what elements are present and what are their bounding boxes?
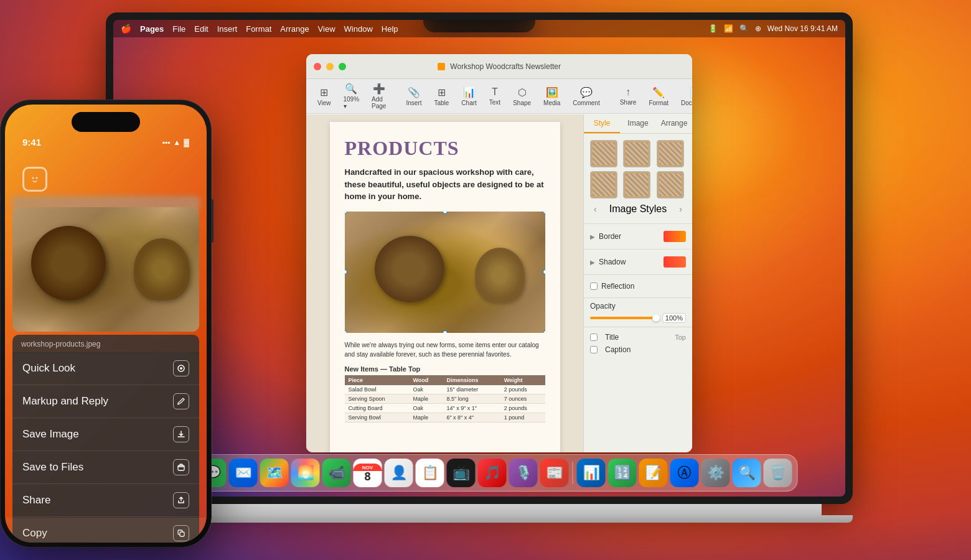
search-icon[interactable]: 🔍 (739, 24, 749, 33)
dock-item-keynote[interactable]: 📊 (577, 459, 606, 487)
dock-item-trash[interactable]: 🗑️ (764, 459, 792, 487)
toolbar-share[interactable]: ↑ Share (615, 84, 642, 108)
dock-item-finder2[interactable]: 🔍 (733, 459, 761, 487)
menu-item-quick-look[interactable]: Quick Look (12, 352, 199, 385)
dock-item-podcasts[interactable]: 🎙️ (509, 459, 538, 487)
toolbar-insert[interactable]: 📎 Insert (401, 84, 426, 109)
dock-item-appstore[interactable]: Ⓐ (670, 459, 699, 487)
apple-menu[interactable]: 🍎 (121, 24, 131, 34)
page-body-text: Handcrafted in our spacious workshop wit… (345, 166, 545, 203)
menubar: 🍎 File Pages File Edit Insert Format Arr… (113, 20, 845, 37)
save-to-files-label: Save to Files (22, 461, 83, 474)
tab-image[interactable]: Image (620, 114, 656, 133)
toolbar-text[interactable]: T Text (484, 84, 505, 108)
dock-item-contacts[interactable]: 👤 (385, 459, 413, 487)
arrow-right[interactable]: › (679, 204, 682, 214)
markup-reply-icon (173, 393, 189, 409)
toolbar-table[interactable]: ⊞ Table (429, 84, 454, 109)
svg-point-0 (32, 177, 34, 179)
tab-arrange[interactable]: Arrange (656, 114, 692, 133)
menu-item-markup-reply[interactable]: Markup and Reply (12, 385, 199, 418)
toolbar-format[interactable]: ✏️ Format (644, 84, 673, 109)
dock-item-settings[interactable]: ⚙️ (701, 459, 730, 487)
img-style-1[interactable] (590, 140, 617, 167)
file-menu[interactable]: File (172, 24, 185, 34)
toolbar-comment[interactable]: 💬 Comment (568, 84, 604, 109)
opacity-slider[interactable] (590, 317, 657, 319)
dynamic-island (72, 112, 140, 132)
title-position: Top (675, 334, 686, 341)
dock-item-news[interactable]: 📰 (540, 459, 569, 487)
selection-handle-bc[interactable] (443, 330, 448, 333)
format-menu[interactable]: Format (246, 24, 271, 34)
dock-item-music[interactable]: 🎵 (478, 459, 507, 487)
toolbar-document-label: Document (681, 100, 692, 106)
caption-checkbox[interactable] (590, 346, 598, 353)
dock-item-calendar[interactable]: NOV 8 (354, 459, 382, 487)
dock-item-reminders[interactable]: 📋 (416, 459, 444, 487)
dock-item-maps[interactable]: 🗺️ (260, 459, 289, 487)
edit-menu[interactable]: Edit (194, 24, 208, 34)
reflection-row: Reflection (590, 279, 686, 294)
minimize-button[interactable] (326, 63, 334, 70)
toolbar-document[interactable]: 📄 Document (676, 84, 692, 109)
img-style-6[interactable] (657, 171, 684, 198)
window-menu[interactable]: Window (344, 24, 373, 34)
reflection-label: Reflection (601, 282, 686, 291)
page-after-text: While we're always trying out new forms,… (345, 340, 545, 359)
shape-icon: ⬡ (518, 86, 527, 98)
toolbar-add-page[interactable]: ➕ Add Page (367, 80, 391, 112)
img-style-2[interactable] (623, 140, 650, 167)
iphone-vol-down-button (0, 240, 1, 271)
iphone-photo-preview[interactable] (12, 207, 199, 332)
shadow-color-swatch[interactable] (664, 256, 686, 268)
control-center-icon[interactable]: ⊕ (755, 24, 761, 33)
dock-item-pages[interactable]: 📝 (639, 459, 668, 487)
menu-item-save-to-files[interactable]: Save to Files (12, 451, 199, 484)
shadow-label[interactable]: Shadow (599, 258, 664, 266)
cell-weight-2: 7 ounces (500, 394, 545, 403)
arrow-left[interactable]: ‹ (594, 204, 597, 214)
page-title: PRODUCTS (345, 137, 545, 160)
toolbar-view[interactable]: ⊞ View (312, 84, 336, 109)
toolbar-chart[interactable]: 📊 Chart (456, 84, 481, 109)
help-menu[interactable]: Help (382, 24, 398, 34)
toolbar-table-label: Table (434, 100, 449, 106)
toolbar-share-label: Share (620, 99, 637, 106)
menu-item-save-image[interactable]: Save Image (12, 418, 199, 451)
border-label[interactable]: Border (599, 232, 664, 241)
title-checkbox[interactable] (590, 334, 598, 341)
view-icon: ⊞ (320, 86, 328, 98)
cell-dim-1: 15" diameter (443, 385, 500, 394)
comment-icon: 💬 (580, 86, 593, 98)
tab-style[interactable]: Style (584, 114, 620, 133)
selection-handle-mr[interactable] (543, 269, 545, 274)
view-menu[interactable]: View (318, 24, 335, 34)
reflection-checkbox[interactable] (590, 282, 598, 290)
app-name[interactable]: Pages (140, 24, 164, 34)
dock-item-mail[interactable]: ✉️ (229, 459, 258, 487)
arrange-menu[interactable]: Arrange (280, 24, 309, 34)
dock-item-appletv[interactable]: 📺 (447, 459, 476, 487)
caption-row: Caption (590, 343, 686, 356)
context-menu: Quick Look Markup and Reply (12, 352, 199, 543)
maximize-button[interactable] (339, 63, 346, 70)
border-color-swatch[interactable] (664, 231, 686, 242)
battery-icon: 🔋 (708, 24, 718, 33)
insert-menu[interactable]: Insert (217, 24, 238, 34)
toolbar-shape-label: Shape (513, 100, 531, 106)
menu-item-share[interactable]: Share (12, 484, 199, 517)
toolbar-shape[interactable]: ⬡ Shape (508, 84, 536, 109)
toolbar-zoom[interactable]: 🔍 109% ▾ (339, 80, 365, 112)
cell-dim-3: 14" x 9" x 1" (443, 403, 500, 413)
img-style-4[interactable] (590, 171, 617, 198)
dock-item-facetime[interactable]: 📹 (322, 459, 351, 487)
opacity-slider-thumb[interactable] (652, 314, 660, 322)
img-style-3[interactable] (657, 140, 684, 167)
close-button[interactable] (314, 63, 321, 70)
dock-item-numbers[interactable]: 🔢 (608, 459, 637, 487)
toolbar-media[interactable]: 🖼️ Media (538, 84, 565, 109)
img-style-5[interactable] (623, 171, 650, 198)
dock-item-photos[interactable]: 🌅 (291, 459, 320, 487)
border-row: ▶ Border (590, 228, 686, 245)
